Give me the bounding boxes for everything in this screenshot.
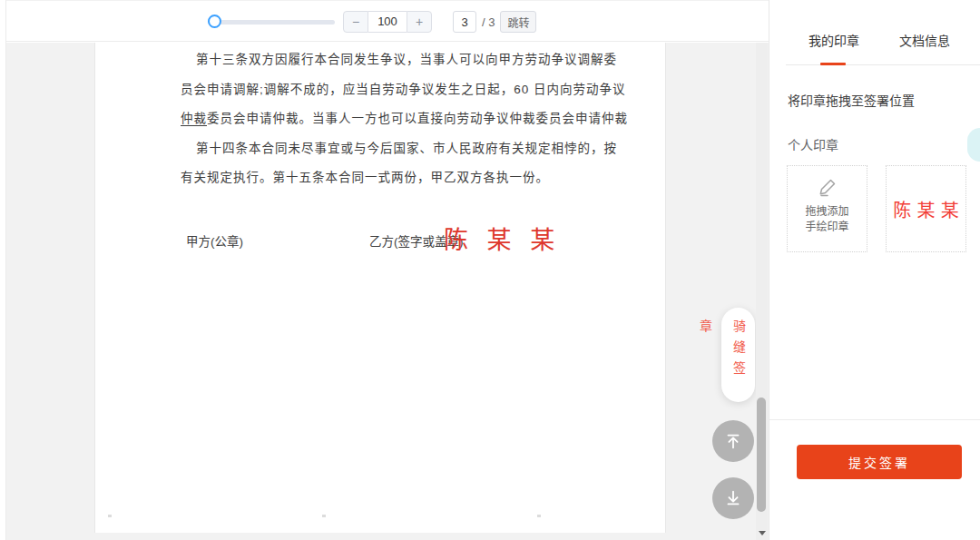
page-margin-mark bbox=[537, 515, 541, 517]
add-seal-text-line2: 手绘印章 bbox=[805, 220, 848, 235]
page-margin-mark bbox=[322, 515, 326, 517]
arrow-down-to-bar-icon bbox=[723, 488, 743, 508]
zoom-slider-handle[interactable] bbox=[208, 15, 221, 28]
scroll-to-top-button[interactable] bbox=[712, 420, 754, 462]
viewer-toolbar: − 100 + / 3 跳转 bbox=[6, 0, 769, 42]
document-viewer: − 100 + / 3 跳转 第十三条双方因履行本合同发生争议，当事人可以向甲方… bbox=[5, 0, 769, 540]
panel-collapse-handle[interactable] bbox=[967, 128, 980, 162]
tab-document-info[interactable]: 文档信息 bbox=[899, 31, 950, 49]
contract-line: 员会申请调解;调解不成的，应当自劳动争议发生之日起，60 日内向劳动争议 bbox=[181, 75, 638, 105]
zoom-level-value: 100 bbox=[368, 11, 407, 33]
add-handdrawn-seal-card[interactable]: 拖拽添加 手绘印章 bbox=[787, 165, 867, 252]
submit-signature-button[interactable]: 提交签署 bbox=[797, 445, 962, 479]
drag-seal-hint: 将印章拖拽至签署位置 bbox=[788, 91, 915, 109]
party-b-signature-seal[interactable]: 陈 某 某 bbox=[444, 221, 560, 256]
contract-text-block: 第十三条双方因履行本合同发生争议，当事人可以向甲方劳动争议调解委 员会申请调解;… bbox=[181, 45, 638, 193]
arrow-up-to-bar-icon bbox=[723, 431, 743, 451]
zoom-control: − 100 + bbox=[343, 11, 432, 33]
party-a-label: 甲方(公章) bbox=[186, 231, 243, 250]
zoom-in-button[interactable]: + bbox=[407, 11, 432, 33]
pencil-icon bbox=[817, 176, 838, 198]
contract-line: 有关规定执行。第十五条本合同一式两份，甲乙双方各执一份。 bbox=[181, 163, 638, 193]
page-navigation: / 3 跳转 bbox=[453, 11, 536, 33]
signature-row: 甲方(公章) 乙方(签字或盖章) 陈 某 某 bbox=[181, 221, 652, 260]
contract-line: 第十三条双方因履行本合同发生争议，当事人可以向甲方劳动争议调解委 bbox=[181, 45, 638, 75]
zoom-slider[interactable] bbox=[208, 15, 335, 29]
page-margin-mark bbox=[108, 515, 112, 517]
personal-seal-section-title: 个人印章 bbox=[788, 135, 838, 153]
contract-line: 仲裁委员会申请仲裁。当事人一方也可以直接向劳动争议仲裁委员会申请仲裁 bbox=[181, 104, 638, 134]
seal-sidebar: 我的印章 文档信息 将印章拖拽至签署位置 个人印章 拖拽添加 手绘印章 陈 某 … bbox=[769, 0, 980, 540]
scroll-to-bottom-button[interactable] bbox=[712, 477, 754, 519]
contract-line: 第十四条本合同未尽事宜或与今后国家、市人民政府有关规定相悖的，按 bbox=[181, 134, 638, 164]
sidebar-footer-divider bbox=[769, 419, 980, 420]
page-total-label: / 3 bbox=[482, 15, 495, 29]
page-number-input[interactable] bbox=[453, 11, 476, 33]
tab-my-seals[interactable]: 我的印章 bbox=[808, 31, 859, 49]
jump-to-page-button[interactable]: 跳转 bbox=[500, 11, 536, 33]
scrollbar-thumb[interactable] bbox=[757, 398, 766, 512]
add-seal-text-line1: 拖拽添加 bbox=[805, 204, 848, 220]
document-canvas: 第十三条双方因履行本合同发生争议，当事人可以向甲方劳动争议调解委 员会申请调解;… bbox=[6, 43, 769, 540]
document-page: 第十三条双方因履行本合同发生争议，当事人可以向甲方劳动争议调解委 员会申请调解;… bbox=[94, 43, 666, 533]
tabs-divider bbox=[786, 64, 980, 65]
zoom-slider-track[interactable] bbox=[208, 20, 335, 25]
viewer-scrollbar[interactable] bbox=[756, 43, 768, 540]
sidebar-tabs: 我的印章 文档信息 bbox=[769, 0, 980, 65]
esignature-app: { "toolbar": { "zoom_out_label": "−", "z… bbox=[0, 0, 980, 540]
seal-cards: 拖拽添加 手绘印章 陈 某 某 bbox=[787, 165, 966, 252]
cross-page-seal-button[interactable]: 骑缝签章 bbox=[721, 308, 755, 402]
scrollbar-down-arrow-icon[interactable] bbox=[759, 531, 766, 535]
personal-seal-card[interactable]: 陈 某 某 bbox=[886, 165, 966, 252]
zoom-out-button[interactable]: − bbox=[343, 11, 368, 33]
seal-preview-text: 陈 某 某 bbox=[893, 196, 959, 222]
active-tab-indicator bbox=[820, 63, 846, 65]
